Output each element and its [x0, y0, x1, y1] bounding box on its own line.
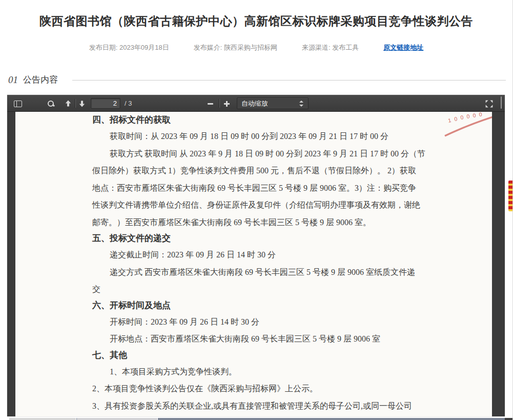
document-text: 四、招标文件的获取 获取时间：从 2023 年 09 月 18 日 09 时 0…	[92, 112, 424, 414]
svg-text:0: 0	[473, 112, 476, 118]
fullscreen-button[interactable]	[482, 97, 496, 110]
document-line: 2、本项目竞争性谈判公告仅在《陕西采购与招标网》上公示。	[92, 380, 424, 397]
document-line: 获取方式 获取时间 从 2023 年 9 月 18 日 09 时 00 分到 2…	[92, 145, 424, 163]
document-line: 1、本项目采购方式为竞争性谈判。	[92, 363, 424, 381]
minus-icon	[208, 103, 213, 105]
arrow-up-icon	[64, 99, 72, 108]
zoom-select[interactable]: 自动缩放	[237, 97, 309, 109]
expand-icon	[485, 99, 494, 108]
updown-icon	[298, 100, 305, 107]
zoom-in-button[interactable]	[220, 97, 233, 110]
sidebar-toggle-icon	[14, 101, 22, 107]
document-line: 性谈判文件请携带单位介绍信、身份证原件及复印件（介绍信写明办理事项及有效期，谢绝	[92, 196, 424, 214]
document-line: 五、投标文件的递交	[92, 231, 424, 246]
svg-text:0: 0	[460, 114, 464, 121]
document-line: 开标时间：2023 年 09 月 26 日 14 时 30 分	[92, 313, 424, 331]
bottom-strip-segment	[9, 418, 76, 420]
pdf-toolbar: / 3 自动缩放	[7, 95, 505, 112]
section-divider	[72, 80, 506, 81]
document-line: 递交方式 西安市雁塔区朱雀大街南段 69 号长丰园三区 5 号楼 9 层 900…	[92, 264, 424, 281]
arrow-down-icon	[78, 99, 86, 108]
clipped-floating-widget[interactable]	[508, 181, 513, 211]
page-number-input[interactable]	[91, 98, 120, 109]
publish-medium: 发布媒介: 陕西采购与招标网	[194, 43, 277, 52]
bottom-strip	[0, 418, 513, 420]
plus-icon	[223, 101, 230, 107]
meta-row: 发布日期: 2023年09月18日 发布媒介: 陕西采购与招标网 来源渠道: 发…	[0, 43, 512, 52]
page: { "header": { "title": "陕西省图书馆（陕西省古籍保护中心…	[0, 0, 513, 420]
viewer-scrollbar-thumb[interactable]	[501, 96, 502, 109]
page-count: / 3	[125, 99, 132, 107]
section-title: 公告内容	[23, 74, 58, 86]
svg-text:0: 0	[454, 115, 458, 122]
document-line: 开标地点：西安市雁塔区朱雀大街南段 69 号长丰园三区 5 号楼 9 层 900…	[92, 330, 424, 348]
document-line: 交	[92, 281, 424, 298]
next-page-button[interactable]	[75, 97, 89, 110]
svg-text:1: 1	[447, 117, 452, 124]
document-line: 七、其他	[92, 348, 424, 363]
page-title: 陕西省图书馆（陕西省古籍保护中心）高新馆区标识标牌采购项目竞争性谈判公告	[0, 13, 512, 29]
section-header: 01 公告内容	[8, 74, 506, 86]
original-link[interactable]: 原文链接地址	[383, 43, 423, 52]
source-channel: 来源渠道: 发布工具	[302, 43, 359, 52]
red-stamp: 1 0 0 0 0 0	[420, 112, 492, 143]
section-number: 01	[8, 74, 18, 86]
document-line: 邮寄。）至西安市雁塔区朱雀大街南段 69 号长丰园三区 5 号楼 9 层 900…	[92, 214, 424, 231]
sidebar-toggle-button[interactable]	[11, 97, 25, 110]
document-line: 递交截止时间：2023 年 09 月 26 日 14 时 30 分	[92, 246, 424, 264]
document-line: 3、具有投资参股关系的关联企业,或具有直接管理和被管理关系的母子公司,或同一母公…	[92, 397, 424, 415]
document-line: 地点：西安市雁塔区朱雀大街南段 69 号长丰园三区 5 号楼 9 层 9006 …	[92, 179, 424, 197]
svg-text:0: 0	[479, 112, 482, 117]
svg-text:0: 0	[466, 113, 470, 119]
search-icon	[47, 99, 55, 108]
publish-date: 发布日期: 2023年09月18日	[89, 43, 169, 52]
zoom-select-value: 自动缩放	[237, 99, 298, 108]
bottom-strip-segment	[505, 418, 513, 420]
search-button[interactable]	[44, 97, 57, 110]
zoom-out-button[interactable]	[203, 97, 217, 110]
bottom-strip-segment	[158, 418, 505, 420]
bottom-strip-segment	[76, 418, 157, 420]
previous-page-button[interactable]	[61, 97, 75, 110]
document-line: 四、招标文件的获取	[92, 112, 424, 128]
document-line: 假日除外）获取方式 1）竞争性谈判文件费用 500 元，售后不退（节假日除外）。…	[92, 162, 424, 179]
document-line: 获取时间：从 2023 年 09 月 18 日 09 时 00 分到 2023 …	[92, 128, 424, 145]
pdf-viewer: / 3 自动缩放 1 0 0 0 0 0	[7, 95, 505, 416]
document-line: 六、开标时间及地点	[92, 298, 424, 313]
pdf-page: 1 0 0 0 0 0 四、招标文件的获取 获取时间：从 2023 年 09 月…	[15, 112, 492, 416]
